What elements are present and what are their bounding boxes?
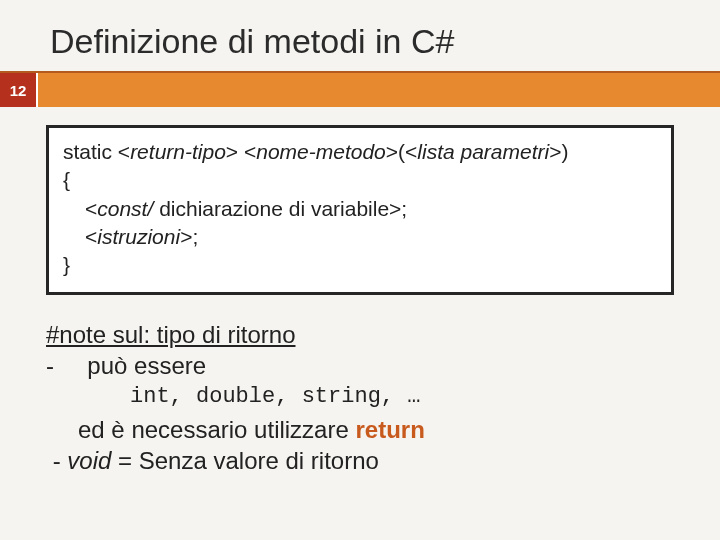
notes-heading: #note sul: tipo di ritorno bbox=[46, 319, 674, 350]
code-box: static <return-tipo> <nome-metodo>(<list… bbox=[46, 125, 674, 295]
title-band: 12 bbox=[0, 73, 720, 107]
notes-types: int, double, string, … bbox=[46, 383, 674, 412]
sig-static: static < bbox=[63, 140, 130, 163]
sig-paren: >(< bbox=[386, 140, 418, 163]
decl-open: < bbox=[85, 197, 97, 220]
decl-text: dichiarazione di variabile>; bbox=[153, 197, 407, 220]
notes-bullet-1: - può essere bbox=[46, 350, 674, 381]
sig-return-type: return-tipo bbox=[130, 140, 226, 163]
notes-block: #note sul: tipo di ritorno - può essere … bbox=[46, 319, 674, 476]
accent-bar bbox=[38, 73, 720, 107]
sig-params: lista parametri bbox=[417, 140, 549, 163]
bullet1-dash: - bbox=[46, 352, 54, 379]
code-decl: <const/ dichiarazione di variabile>; bbox=[63, 195, 657, 223]
content-area: static <return-tipo> <nome-metodo>(<list… bbox=[0, 107, 720, 476]
slide-title: Definizione di metodi in C# bbox=[0, 22, 720, 73]
sig-close: >) bbox=[549, 140, 568, 163]
code-signature: static <return-tipo> <nome-metodo>(<list… bbox=[63, 138, 657, 166]
line3a: ed è necessario utilizzare bbox=[78, 416, 355, 443]
notes-line3: ed è necessario utilizzare return bbox=[46, 414, 674, 445]
bullet2-text: = Senza valore di ritorno bbox=[111, 447, 378, 474]
instr-text: istruzioni bbox=[97, 225, 180, 248]
notes-bullet-2: - void = Senza valore di ritorno bbox=[46, 445, 674, 476]
decl-const: const/ bbox=[97, 197, 153, 220]
return-keyword: return bbox=[355, 416, 424, 443]
sig-method-name: nome-metodo bbox=[256, 140, 386, 163]
instr-open: < bbox=[85, 225, 97, 248]
page-number: 12 bbox=[0, 73, 38, 107]
bullet2-dash: - bbox=[53, 447, 68, 474]
code-brace-open: { bbox=[63, 166, 657, 194]
instr-close: >; bbox=[180, 225, 198, 248]
void-keyword: void bbox=[67, 447, 111, 474]
bullet1-text: può essere bbox=[87, 352, 206, 379]
code-instr: <istruzioni>; bbox=[63, 223, 657, 251]
code-brace-close: } bbox=[63, 251, 657, 279]
slide: Definizione di metodi in C# 12 static <r… bbox=[0, 0, 720, 540]
sig-mid: > < bbox=[226, 140, 256, 163]
